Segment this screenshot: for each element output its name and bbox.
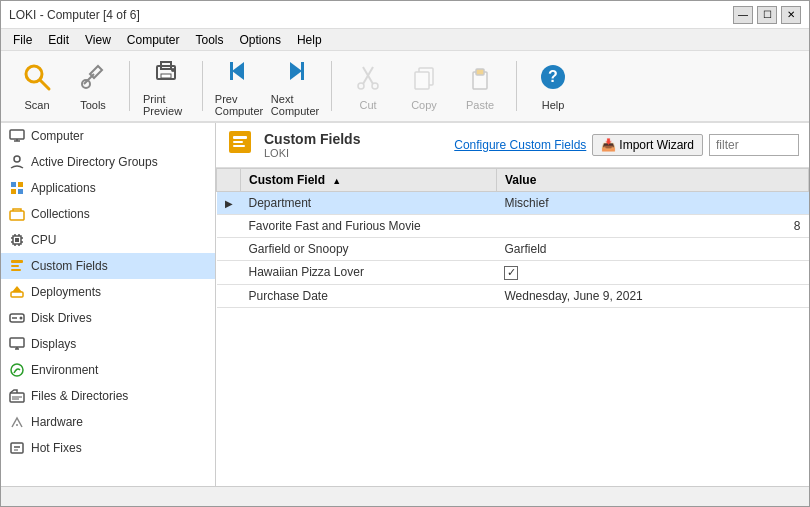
scan-button[interactable]: Scan xyxy=(9,56,65,116)
help-button[interactable]: ?Help xyxy=(525,56,581,116)
main-layout: ComputerActive Directory GroupsApplicati… xyxy=(1,123,809,486)
cell-value: 8 xyxy=(496,215,808,238)
menu-item-edit[interactable]: Edit xyxy=(40,31,77,49)
row-arrow-cell xyxy=(217,284,241,307)
menu-item-computer[interactable]: Computer xyxy=(119,31,188,49)
svg-point-13 xyxy=(358,83,364,89)
table-row[interactable]: Garfield or SnoopyGarfield xyxy=(217,238,809,261)
sidebar-item-applications[interactable]: Applications xyxy=(1,175,215,201)
next-computer-button[interactable]: Next Computer xyxy=(267,56,323,116)
sidebar-label-custom-fields: Custom Fields xyxy=(31,259,108,273)
sidebar-item-displays[interactable]: Displays xyxy=(1,331,215,357)
sidebar-item-custom-fields[interactable]: Custom Fields xyxy=(1,253,215,279)
table-header: Custom Field ▲ Value xyxy=(217,169,809,192)
maximize-button[interactable]: ☐ xyxy=(757,6,777,24)
table-body: ▶DepartmentMischiefFavorite Fast and Fur… xyxy=(217,192,809,308)
prev-computer-button[interactable]: Prev Computer xyxy=(211,56,267,116)
import-wizard-button[interactable]: 📥 Import Wizard xyxy=(592,134,703,156)
svg-point-6 xyxy=(171,68,175,72)
toolbar-group-4: ?Help xyxy=(525,56,581,116)
header-text: Custom Fields LOKI xyxy=(264,131,444,159)
menu-item-options[interactable]: Options xyxy=(232,31,289,49)
cell-value: Wednesday, June 9, 2021 xyxy=(496,284,808,307)
svg-rect-31 xyxy=(15,238,19,242)
svg-marker-7 xyxy=(232,62,244,80)
copy-icon xyxy=(409,62,439,97)
svg-point-55 xyxy=(16,424,18,426)
sidebar-label-environment: Environment xyxy=(31,363,98,377)
environment-icon xyxy=(9,362,25,378)
svg-point-46 xyxy=(20,317,23,320)
table-row[interactable]: Favorite Fast and Furious Movie8 xyxy=(217,215,809,238)
scan-icon xyxy=(22,62,52,97)
svg-rect-40 xyxy=(11,260,23,263)
configure-custom-fields-link[interactable]: Configure Custom Fields xyxy=(454,138,586,152)
sidebar-label-deployments: Deployments xyxy=(31,285,101,299)
cell-value: Mischief xyxy=(496,192,808,215)
cut-icon xyxy=(353,62,383,97)
print-preview-button[interactable]: Print Preview xyxy=(138,56,194,116)
svg-rect-18 xyxy=(476,69,484,75)
menu-item-help[interactable]: Help xyxy=(289,31,330,49)
filter-input[interactable] xyxy=(709,134,799,156)
sidebar-item-environment[interactable]: Environment xyxy=(1,357,215,383)
next-computer-label: Next Computer xyxy=(271,93,319,117)
svg-rect-41 xyxy=(11,265,19,267)
col-custom-field[interactable]: Custom Field ▲ xyxy=(241,169,497,192)
sidebar-item-computer[interactable]: Computer xyxy=(1,123,215,149)
menu-item-tools[interactable]: Tools xyxy=(188,31,232,49)
sidebar-item-disk-drives[interactable]: Disk Drives xyxy=(1,305,215,331)
row-arrow-cell: ▶ xyxy=(217,192,241,215)
import-icon: 📥 xyxy=(601,138,616,152)
menu-item-view[interactable]: View xyxy=(77,31,119,49)
sidebar-item-active-directory-groups[interactable]: Active Directory Groups xyxy=(1,149,215,175)
col-value[interactable]: Value xyxy=(496,169,808,192)
table-row[interactable]: ▶DepartmentMischief xyxy=(217,192,809,215)
sidebar-item-hot-fixes[interactable]: Hot Fixes xyxy=(1,435,215,461)
paste-label: Paste xyxy=(466,99,494,111)
svg-rect-48 xyxy=(10,338,24,347)
sidebar-item-collections[interactable]: Collections xyxy=(1,201,215,227)
minimize-button[interactable]: — xyxy=(733,6,753,24)
sidebar-item-deployments[interactable]: Deployments xyxy=(1,279,215,305)
content-table: Custom Field ▲ Value ▶DepartmentMischief… xyxy=(216,168,809,486)
disk-drives-icon xyxy=(9,310,25,326)
sidebar-label-hardware: Hardware xyxy=(31,415,83,429)
header-actions: Configure Custom Fields 📥 Import Wizard xyxy=(454,134,799,156)
svg-rect-25 xyxy=(11,182,16,187)
sidebar-item-cpu[interactable]: CPU xyxy=(1,227,215,253)
tools-button[interactable]: Tools xyxy=(65,56,121,116)
svg-rect-21 xyxy=(10,130,24,139)
hot-fixes-icon xyxy=(9,440,25,456)
close-button[interactable]: ✕ xyxy=(781,6,801,24)
sidebar-scroll: ComputerActive Directory GroupsApplicati… xyxy=(1,123,215,461)
table-row[interactable]: Purchase DateWednesday, June 9, 2021 xyxy=(217,284,809,307)
sort-arrow-icon: ▲ xyxy=(332,176,341,186)
toolbar-separator-2 xyxy=(331,61,332,111)
toolbar-group-0: ScanTools xyxy=(9,56,121,116)
section-title: Custom Fields xyxy=(264,131,444,147)
svg-rect-16 xyxy=(415,72,429,89)
sidebar-item-files-directories[interactable]: Files & Directories xyxy=(1,383,215,409)
displays-icon xyxy=(9,336,25,352)
cell-field: Department xyxy=(241,192,497,215)
section-icon xyxy=(226,128,254,162)
computer-icon xyxy=(9,128,25,144)
copy-label: Copy xyxy=(411,99,437,111)
menu-item-file[interactable]: File xyxy=(5,31,40,49)
section-subtitle: LOKI xyxy=(264,147,444,159)
print-preview-icon xyxy=(151,56,181,91)
sidebar-label-applications: Applications xyxy=(31,181,96,195)
cut-button: Cut xyxy=(340,56,396,116)
svg-rect-29 xyxy=(10,211,24,220)
sidebar-item-hardware[interactable]: Hardware xyxy=(1,409,215,435)
svg-point-24 xyxy=(14,156,20,162)
cell-field: Garfield or Snoopy xyxy=(241,238,497,261)
svg-rect-28 xyxy=(18,189,23,194)
svg-rect-43 xyxy=(11,292,23,297)
help-icon: ? xyxy=(538,62,568,97)
table-row[interactable]: Hawaiian Pizza Lover✓ xyxy=(217,261,809,285)
svg-rect-26 xyxy=(18,182,23,187)
cell-value: Garfield xyxy=(496,238,808,261)
window-title: LOKI - Computer [4 of 6] xyxy=(9,8,140,22)
